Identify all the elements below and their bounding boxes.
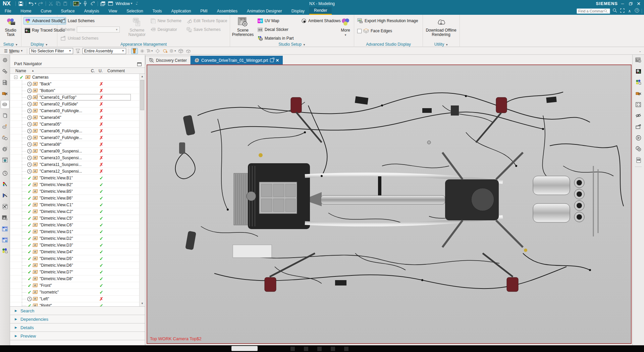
play-animation-icon[interactable] <box>634 133 643 142</box>
group-label-appearance-management[interactable]: Appearance Management <box>57 42 230 47</box>
decal-sticker-button[interactable]: Decal Sticker <box>256 26 297 33</box>
scheme-combo[interactable]: ▼ <box>77 27 120 33</box>
column-name[interactable]: Name <box>15 69 26 73</box>
tree-row-camera12-suspensi[interactable]: "Camera12_Suspensi...✗ <box>10 168 139 175</box>
tree-row-dimetric-view-d3[interactable]: ✓"Dimetric.View.D3"✓ <box>10 242 139 249</box>
group-label-display[interactable]: Display▼ <box>21 42 57 47</box>
group-label-utility[interactable]: Utility▼ <box>423 42 460 47</box>
tree-row-dimetric-view-b2[interactable]: ✓"Dimetric.View.B2"✓ <box>10 181 139 188</box>
filter-funnel-icon[interactable] <box>74 48 81 54</box>
tree-scrollbar[interactable]: ▲ ▼ <box>139 74 145 306</box>
window-menu[interactable]: Window <box>115 1 130 6</box>
tree-item-label[interactable]: "Camera11_Suspensi... <box>40 162 82 167</box>
scene-preferences-button[interactable]: Scene Preferences <box>231 16 255 41</box>
tree-item-label[interactable]: "Camera09_Suspensi... <box>40 149 82 153</box>
customize-quick-access-icon[interactable]: ⌄̄ <box>133 1 140 6</box>
tree-item-label[interactable]: "Dimetric.View.C6" <box>40 223 73 227</box>
materials-icon[interactable] <box>1 247 9 255</box>
tree-item-label[interactable]: "Camera10_Suspensi... <box>40 156 82 160</box>
cube-icon[interactable] <box>177 48 184 54</box>
tree-row-camera11-suspensi[interactable]: "Camera11_Suspensi...✗ <box>10 161 139 168</box>
scroll-down-icon[interactable]: ▼ <box>140 301 145 306</box>
redo-icon[interactable] <box>37 1 44 6</box>
target-point-icon[interactable]: ▼ <box>170 48 176 54</box>
column-u[interactable]: U. <box>99 69 103 73</box>
tree-row-camera04[interactable]: "Camera04"✗ <box>10 114 139 121</box>
taskbar-icon[interactable] <box>344 347 348 351</box>
column-c[interactable]: C. <box>91 69 95 73</box>
lasso-icon[interactable] <box>139 48 146 54</box>
export-high-resolution-image-button[interactable]: Export High Resolution Image <box>356 17 419 25</box>
close-tab-icon[interactable]: ✕ <box>276 58 279 63</box>
tab-corvette-drivetrain[interactable]: Corvette_DriveTrain_01_Wiringprt.prt ✕ <box>191 56 283 64</box>
menu-button[interactable]: ☰Menu▼ <box>3 49 24 53</box>
assembly-navigator-icon[interactable] <box>1 56 9 64</box>
group-label-advanced-studio-display[interactable]: Advanced Studio Display <box>354 42 423 47</box>
web-info-icon[interactable]: i <box>1 144 9 153</box>
undock-tab-icon[interactable] <box>270 58 274 62</box>
edit-texture-space-button[interactable]: Edit Texture Space <box>185 17 228 25</box>
tree-item-label[interactable]: "Dimetric.View.D4" <box>40 250 73 254</box>
appearance-wand-icon[interactable] <box>1 180 9 189</box>
tree-row-camera03-fullangle[interactable]: "Camera03_FullAngle...✗ <box>10 107 139 114</box>
more-button[interactable]: More ▼ <box>338 16 353 41</box>
tree-row-camera09-suspensi[interactable]: "Camera09_Suspensi...✗ <box>10 148 139 155</box>
section-details[interactable]: ▶Details <box>10 323 145 332</box>
menu-tab-view[interactable]: View <box>104 7 122 15</box>
find-command-input[interactable] <box>577 9 604 13</box>
add-cube-icon[interactable] <box>162 48 169 54</box>
history-icon[interactable] <box>1 169 9 178</box>
tree-item-label[interactable]: "Front" <box>40 283 52 288</box>
barcode-doc-icon[interactable] <box>634 156 643 164</box>
taskbar-icon[interactable] <box>304 347 308 351</box>
tree-item-label[interactable]: Cameras <box>32 75 49 80</box>
tree-row-camera10-suspensi[interactable]: "Camera10_Suspensi...✗ <box>10 155 139 161</box>
tree-item-label[interactable]: "Camera08" <box>40 142 61 147</box>
tree-item-label[interactable]: "Back" <box>40 82 51 86</box>
tree-item-label[interactable]: "Dimetric.View.C1" <box>40 203 73 207</box>
tree-row-front[interactable]: ✓"Front"✓ <box>10 282 139 289</box>
new-scheme-button[interactable]: New Scheme <box>149 17 182 25</box>
tree-row-dimetric-view-d2[interactable]: ✓"Dimetric.View.D2"✓ <box>10 235 139 242</box>
menu-tab-application[interactable]: Application <box>167 7 196 15</box>
browser-icon[interactable] <box>1 156 9 164</box>
play-clone-icon[interactable] <box>634 144 643 153</box>
menu-tab-tools[interactable]: Tools <box>148 7 167 15</box>
menu-tab-home[interactable]: Home <box>16 7 36 15</box>
studio-task-button[interactable]: Studio Task <box>1 16 20 41</box>
tree-row-camera01-fulltop[interactable]: "Camera01_FullTop"✗ <box>10 94 139 101</box>
tree-item-label[interactable]: "Camera04" <box>40 115 61 120</box>
selection-filter-combo[interactable]: No Selection Filter▼ <box>30 48 73 54</box>
tree-item-label[interactable]: "Camera12_Suspensi... <box>40 169 82 174</box>
tree-row-camera08[interactable]: "Camera08"✗ <box>10 141 139 148</box>
inspect-part-icon[interactable] <box>1 133 9 142</box>
menu-tab-selection[interactable]: Selection <box>122 7 148 15</box>
undo-icon[interactable] <box>28 1 35 6</box>
ambient-shadows-button[interactable]: Ambient Shadows <box>300 17 337 25</box>
minimize-button[interactable]: ─ <box>619 0 627 7</box>
menu-tab-analysis[interactable]: Analysis <box>79 7 104 15</box>
layout-a-icon[interactable] <box>1 224 9 233</box>
reuse-library-icon[interactable] <box>1 89 9 98</box>
tree-row-dimetric-view-d4[interactable]: ✓"Dimetric.View.D4"✓ <box>10 249 139 255</box>
tree-item-label[interactable]: "Dimetric.View.C2" <box>40 209 73 214</box>
toolbar-overflow-icon[interactable]: ⌄ <box>639 49 641 53</box>
command-search-icon[interactable] <box>612 8 618 14</box>
graphics-viewport[interactable]: Top WORK Camera Top$2 <box>147 64 632 344</box>
snap-highlight-icon[interactable] <box>131 48 138 54</box>
tree-item-label[interactable]: "Camera03_FullAngle... <box>40 108 82 113</box>
tree-row-dimetric-view-c2[interactable]: ✓"Dimetric.View.C2"✓ <box>10 208 139 215</box>
tree-row-right[interactable]: ✓"Right"✓ <box>10 302 139 306</box>
crosshair-icon[interactable] <box>154 48 161 54</box>
uv-map-button[interactable]: UV UV Map <box>256 17 297 25</box>
cascade-window-icon[interactable] <box>100 1 106 6</box>
tree-item-label[interactable]: "Dimetric.View.D6" <box>40 263 73 268</box>
tree-item-label[interactable]: "Camera06_FullAngle... <box>40 129 82 133</box>
view-capture-icon[interactable] <box>73 1 79 6</box>
tree-row-dimetric-view-b6[interactable]: ✓"Dimetric.View.B6"✓ <box>10 195 139 202</box>
window-menu-dropdown-icon[interactable]: ▼ <box>130 2 133 5</box>
restore-button[interactable] <box>627 0 635 7</box>
panel-window-icon[interactable] <box>137 62 142 66</box>
taskbar-icon[interactable] <box>317 347 322 351</box>
section-search[interactable]: ▶Search <box>10 307 145 315</box>
